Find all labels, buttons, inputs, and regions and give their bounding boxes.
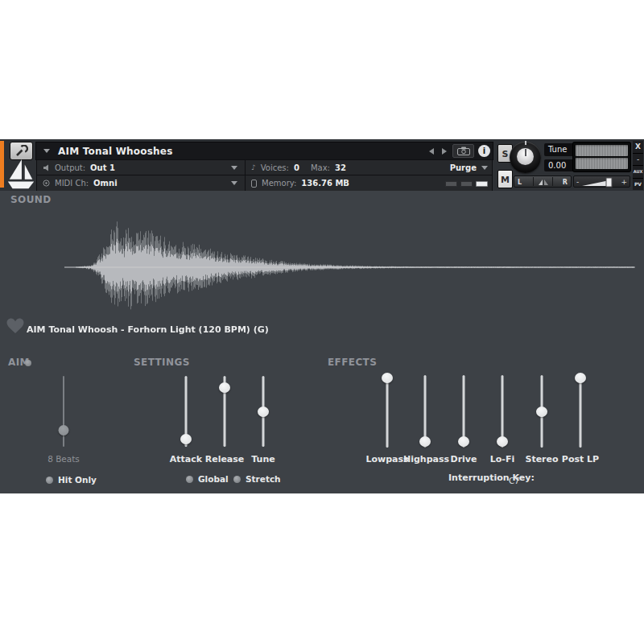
camera-icon <box>457 147 470 155</box>
highpass-slider[interactable]: Highpass <box>403 369 447 470</box>
hit-only-label: Hit Only <box>58 475 97 485</box>
slider-handle[interactable] <box>419 436 431 447</box>
tune-knob[interactable] <box>510 142 541 173</box>
edit-wrench-button[interactable] <box>10 142 33 160</box>
memory-icon <box>251 180 257 188</box>
window-controls: X - AUX PV <box>633 141 643 190</box>
slider-track[interactable] <box>580 375 582 448</box>
toggle-led-icon <box>186 476 193 483</box>
slider-label: Lowpass <box>365 454 409 464</box>
slider-label: Highpass <box>403 454 447 464</box>
sailboat-logo-icon <box>5 159 37 191</box>
purge-dropdown-icon[interactable] <box>481 166 488 170</box>
slider-label: Stereo <box>520 454 564 464</box>
midi-value: Omni <box>93 179 117 188</box>
volume-wedge-icon <box>582 177 621 188</box>
midi-icon <box>43 180 50 187</box>
instrument-header: AIM Tonal Whooshes i Output: Out 1 <box>0 139 644 192</box>
slider-handle[interactable] <box>59 425 69 436</box>
heart-icon[interactable] <box>6 318 24 334</box>
slider-handle[interactable] <box>180 434 192 444</box>
purge-led <box>445 181 457 187</box>
minimize-button[interactable]: - <box>633 154 643 167</box>
pan-left-label: L <box>518 179 522 186</box>
aim-led-icon[interactable] <box>25 360 31 366</box>
slider-handle[interactable] <box>219 382 230 393</box>
tune-knob-cap <box>517 148 534 165</box>
lofi-slider[interactable]: Lo-Fi <box>481 369 524 470</box>
slider-label: 8 Beats <box>42 454 85 464</box>
note-icon: ♪ <box>251 163 256 171</box>
aim-beats-slider[interactable]: 8 Beats <box>42 369 85 470</box>
mute-button[interactable]: M <box>497 170 513 188</box>
toggle-led-icon <box>46 477 53 484</box>
meter-right <box>576 158 628 169</box>
tune-slider[interactable]: Tune <box>242 369 285 470</box>
slider-handle[interactable] <box>575 373 586 383</box>
memory-value: 136.76 MB <box>301 179 349 188</box>
meter-left <box>576 145 628 156</box>
stretch-toggle[interactable]: Stretch <box>233 474 281 484</box>
output-row[interactable]: Output: Out 1 <box>37 160 245 175</box>
pan-divider <box>533 177 534 186</box>
midi-row[interactable]: MIDI Ch: Omni <box>37 175 245 191</box>
volume-max-label: + <box>621 178 627 186</box>
release-slider[interactable]: Release <box>203 369 246 470</box>
voices-value: 0 <box>294 163 299 172</box>
next-instrument-icon[interactable] <box>442 148 447 155</box>
waveform-display <box>0 211 644 328</box>
interruption-key-label: Interruption Key: <box>448 473 535 483</box>
global-toggle[interactable]: Global <box>186 474 229 484</box>
snapshot-camera-button[interactable] <box>452 144 474 158</box>
slider-label: Release <box>203 454 246 464</box>
midi-label: MIDI Ch: <box>55 179 89 188</box>
crossfade-icon <box>538 179 549 186</box>
purge-led <box>460 181 473 187</box>
instrument-titlebar[interactable]: AIM Tonal Whooshes i <box>36 142 493 159</box>
output-dropdown-icon[interactable] <box>231 166 237 170</box>
stretch-label: Stretch <box>246 474 281 484</box>
purge-menu[interactable]: Purge <box>450 163 488 172</box>
hit-only-toggle[interactable]: Hit Only <box>46 475 97 485</box>
output-icon <box>43 164 50 171</box>
postlp-slider[interactable]: Post LP <box>559 369 602 470</box>
stereo-slider[interactable]: Stereo <box>520 369 564 470</box>
slider-label: Post LP <box>559 454 602 464</box>
attack-slider[interactable]: Attack <box>164 369 208 470</box>
volume-slider[interactable]: - + <box>573 175 630 188</box>
aux-button[interactable]: AUX <box>633 166 643 179</box>
pv-button[interactable]: PV <box>633 179 643 191</box>
output-value: Out 1 <box>90 163 115 172</box>
slider-track[interactable] <box>63 376 64 447</box>
voices-label: Voices: <box>261 163 289 172</box>
slider-label: Lo-Fi <box>481 454 524 464</box>
slider-handle[interactable] <box>497 436 508 447</box>
effects-section-label: EFFECTS <box>328 357 377 368</box>
prev-instrument-icon[interactable] <box>429 148 434 155</box>
slider-label: Tune <box>242 454 285 464</box>
lowpass-slider[interactable]: Lowpass <box>365 369 409 470</box>
interruption-key-value[interactable]: C7 <box>509 477 519 485</box>
instrument-body: SOUND AIM Tonal Whoosh - Forhorn Light (… <box>0 191 644 493</box>
volume-min-label: - <box>576 178 579 186</box>
slider-handle[interactable] <box>458 436 469 447</box>
purge-led <box>476 181 488 187</box>
slider-handle[interactable] <box>382 373 393 383</box>
info-button[interactable]: i <box>478 145 490 157</box>
slider-track[interactable] <box>386 375 389 448</box>
midi-dropdown-icon[interactable] <box>231 181 237 185</box>
pan-slider[interactable]: L R <box>514 175 572 188</box>
max-value: 32 <box>335 163 346 172</box>
voices-row: ♪ Voices: 0 Max: 32 Purge <box>246 160 492 175</box>
slider-label: Drive <box>442 454 485 464</box>
instrument-title: AIM Tonal Whooshes <box>58 146 172 157</box>
slider-label: Attack <box>164 454 208 464</box>
slider-handle[interactable] <box>258 407 269 417</box>
collapse-arrow-icon[interactable] <box>43 149 50 153</box>
close-button[interactable]: X <box>633 141 643 154</box>
drive-slider[interactable]: Drive <box>442 369 485 470</box>
instrument-io-panel: Output: Out 1 ♪ Voices: 0 Max: 32 Purge <box>36 159 493 192</box>
purge-status-leds <box>445 181 488 187</box>
slider-handle[interactable] <box>536 407 547 417</box>
toggle-led-icon <box>233 476 241 483</box>
